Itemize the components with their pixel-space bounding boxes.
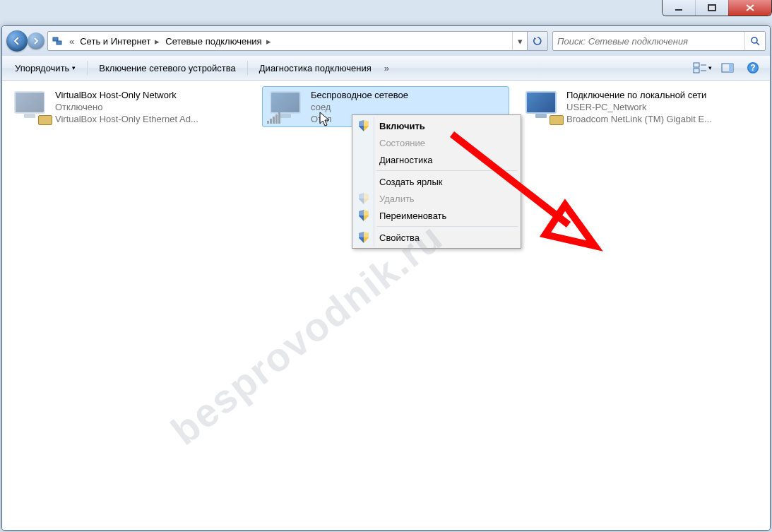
lan-adapter-icon — [521, 90, 562, 124]
svg-rect-1 — [708, 5, 715, 11]
shield-icon — [358, 232, 369, 243]
breadcrumb-seg2[interactable]: Сетевые подключения — [162, 36, 264, 47]
svg-line-5 — [756, 42, 759, 45]
breadcrumb-prefix: « — [66, 36, 77, 47]
svg-text:?: ? — [750, 63, 755, 73]
breadcrumb-seg1[interactable]: Сеть и Интернет — [77, 36, 153, 47]
maximize-button[interactable] — [695, 0, 728, 16]
diagnose-button[interactable]: Диагностика подключения — [252, 60, 379, 76]
nav-buttons — [6, 30, 43, 52]
breadcrumb-dropdown[interactable]: ▾ — [512, 32, 527, 50]
toolbar: Упорядочить▾ Включение сетевого устройст… — [2, 56, 770, 81]
svg-rect-3 — [57, 41, 61, 45]
help-button[interactable]: ? — [742, 59, 764, 76]
shield-icon — [358, 120, 369, 131]
svg-rect-0 — [675, 9, 682, 11]
organize-button[interactable]: Упорядочить▾ — [8, 60, 83, 76]
minimize-button[interactable] — [663, 0, 695, 16]
back-button[interactable] — [6, 30, 28, 52]
svg-point-4 — [752, 37, 757, 43]
svg-rect-7 — [694, 69, 699, 73]
search-icon[interactable] — [744, 32, 765, 50]
chevron-down-icon: ▾ — [72, 64, 76, 71]
chevron-right-icon[interactable]: ▸ — [265, 36, 274, 47]
cursor-icon — [319, 112, 332, 129]
breadcrumb[interactable]: « Сеть и Интернет ▸ Сетевые подключения … — [47, 31, 548, 51]
adapter-icon — [10, 90, 51, 124]
window-controls — [662, 0, 772, 16]
svg-rect-11 — [729, 64, 733, 72]
shield-icon — [358, 193, 369, 204]
search-input[interactable] — [553, 36, 744, 47]
forward-button[interactable] — [28, 32, 44, 49]
chevron-right-icon[interactable]: ▸ — [153, 36, 162, 47]
wireless-adapter-icon — [266, 90, 307, 124]
preview-pane-button[interactable] — [716, 59, 739, 76]
svg-rect-2 — [53, 37, 58, 41]
view-button[interactable]: ▾ — [691, 59, 713, 76]
shield-icon — [358, 210, 369, 221]
close-button[interactable] — [728, 0, 771, 16]
toolbar-overflow[interactable]: » — [379, 63, 395, 73]
address-bar: « Сеть и Интернет ▸ Сетевые подключения … — [2, 26, 770, 56]
connection-item-vbox[interactable]: VirtualBox Host-Only Network Отключено V… — [6, 86, 254, 127]
annotation-arrow — [431, 120, 614, 261]
svg-rect-6 — [694, 63, 699, 67]
enable-device-button[interactable]: Включение сетевого устройства — [92, 60, 242, 76]
svg-line-15 — [452, 134, 569, 225]
network-icon — [48, 35, 66, 47]
explorer-window: « Сеть и Интернет ▸ Сетевые подключения … — [1, 25, 771, 531]
refresh-button[interactable] — [527, 32, 547, 50]
search-box[interactable] — [552, 31, 766, 51]
